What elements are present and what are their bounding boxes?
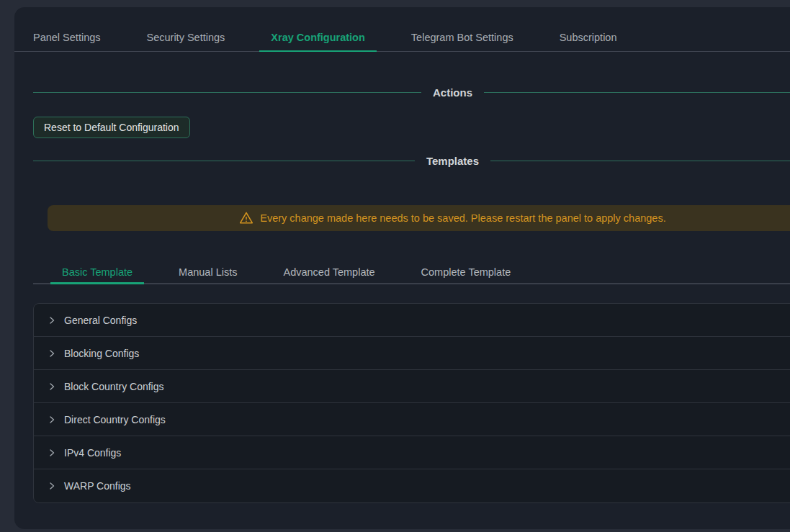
accordion-item-label: Blocking Configs [64,348,139,359]
settings-tab-bar: Panel Settings Security Settings Xray Co… [14,7,790,52]
chevron-right-icon [48,482,56,490]
divider-line [33,92,421,93]
divider-line [484,92,790,93]
tab-security-settings[interactable]: Security Settings [135,30,237,51]
accordion-item-label: WARP Configs [64,480,131,492]
tab-subscription[interactable]: Subscription [548,30,629,51]
warning-icon [239,211,253,225]
accordion-item-label: IPv4 Configs [64,447,121,459]
actions-section-divider: Actions [33,85,790,99]
chevron-right-icon [48,448,56,457]
accordion-item-label: General Configs [64,315,137,326]
templates-section-title: Templates [426,155,479,167]
accordion-item-label: Direct Country Configs [64,414,166,425]
actions-section-title: Actions [433,86,472,99]
chevron-right-icon [48,349,56,358]
divider-line [33,161,415,161]
warning-message: Every change made here needs to be saved… [260,212,665,224]
accordion-item-direct-country-configs[interactable]: Direct Country Configs [34,403,790,436]
tab-telegram-bot-settings[interactable]: Telegram Bot Settings [400,30,525,51]
accordion-item-label: Block Country Configs [64,381,164,392]
divider-line [490,161,790,161]
tab-panel-settings[interactable]: Panel Settings [22,30,112,51]
accordion-item-blocking-configs[interactable]: Blocking Configs [34,337,790,370]
tab-xray-configuration[interactable]: Xray Configuration [259,30,377,51]
accordion-item-block-country-configs[interactable]: Block Country Configs [34,370,790,403]
tab-manual-lists[interactable]: Manual Lists [167,252,248,283]
accordion-item-warp-configs[interactable]: WARP Configs [34,469,790,502]
settings-card: Panel Settings Security Settings Xray Co… [14,7,790,529]
template-tab-bar: Basic Template Manual Lists Advanced Tem… [33,252,790,284]
page: { "tabs": { "active": "Xray Configuratio… [0,0,790,532]
chevron-right-icon [48,382,56,391]
restart-warning-banner: Every change made here needs to be saved… [48,205,790,231]
accordion-item-ipv4-configs[interactable]: IPv4 Configs [34,436,790,469]
reset-to-default-button[interactable]: Reset to Default Configuration [33,117,190,138]
configs-accordion: General Configs Blocking Configs Block C… [33,303,790,503]
tab-advanced-template[interactable]: Advanced Template [271,252,386,283]
tab-basic-template[interactable]: Basic Template [50,252,144,283]
tab-complete-template[interactable]: Complete Template [410,252,523,283]
accordion-item-general-configs[interactable]: General Configs [34,304,790,337]
chevron-right-icon [48,316,56,325]
chevron-right-icon [48,415,56,424]
templates-section-divider: Templates [33,153,790,168]
